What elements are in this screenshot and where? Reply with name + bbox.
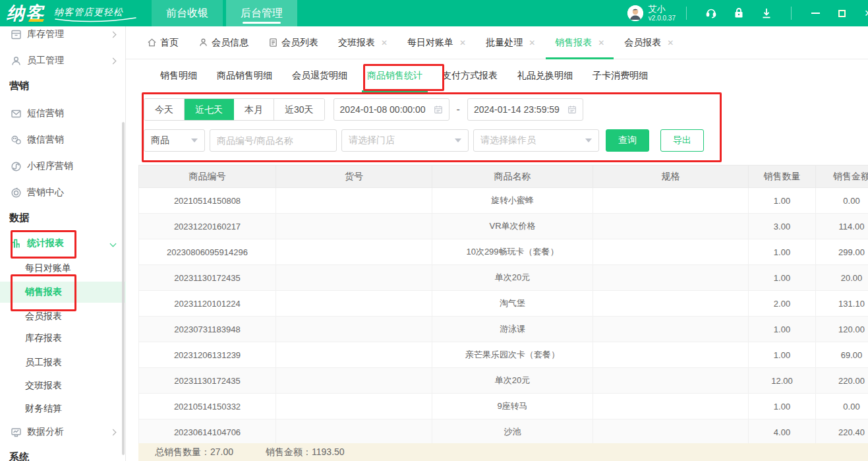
sidebar-item-wechat-marketing[interactable]: 微信营销: [0, 132, 126, 148]
cell-sales-qty: 2.00: [749, 291, 816, 317]
maximize-button[interactable]: [836, 8, 847, 18]
tab-sales-report[interactable]: 销售报表 ✕: [555, 26, 604, 59]
cell-sales-qty: 1.00: [749, 265, 816, 291]
table-row: 20231206131239亲芒果乐园次卡（套餐）1.0069.00: [139, 342, 868, 368]
close-tab-icon[interactable]: ✕: [459, 38, 466, 47]
col-item-number: 货号: [276, 166, 432, 188]
tab-shift-report[interactable]: 交班报表 ✕: [338, 26, 388, 59]
cell-spec: [593, 239, 749, 265]
tab-home[interactable]: 首页: [147, 26, 179, 59]
cell-product-code: 20210514150808: [139, 188, 276, 214]
cell-item-number: [276, 265, 432, 291]
close-button[interactable]: ✕: [863, 8, 868, 18]
export-button[interactable]: 导出: [660, 129, 704, 152]
total-amount-label: 销售金额：: [266, 446, 312, 457]
sidebar-item-stats-report[interactable]: 统计报表: [0, 235, 126, 251]
sidebar-item-miniprogram-marketing[interactable]: 小程序营销: [0, 158, 126, 174]
chevron-down-icon: [110, 240, 117, 247]
subtab-sales-detail[interactable]: 销售明细: [160, 59, 197, 92]
nav-back-admin[interactable]: 后台管理: [226, 0, 297, 26]
cell-product-name: 10次299畅玩卡（套餐）: [432, 239, 593, 265]
cell-product-code: 20231130172435: [139, 265, 276, 291]
cell-product-name: 旋转小蜜蜂: [432, 188, 593, 214]
support-headset-icon[interactable]: [705, 7, 717, 19]
sidebar-subitem-finance-settlement[interactable]: 财务结算: [0, 401, 126, 417]
nav-front-cashier[interactable]: 前台收银: [152, 0, 223, 26]
sidebar-scrollbar[interactable]: [122, 122, 125, 455]
store-select[interactable]: 请选择门店: [341, 129, 469, 152]
subtab-subcard-consume-detail[interactable]: 子卡消费明细: [593, 59, 648, 92]
quick-today-button[interactable]: 今天: [144, 99, 185, 120]
cell-sales-qty: 1.00: [749, 239, 816, 265]
sidebar-subitem-daily-statement[interactable]: 每日对账单: [0, 261, 126, 276]
cell-sales-amount: 220.40: [816, 419, 868, 445]
cell-product-code: 20230731183948: [139, 317, 276, 342]
sidebar-item-staff-mgmt[interactable]: 员工管理: [0, 53, 126, 69]
tagline-wrap: 纳客管店更轻松: [54, 7, 137, 23]
cell-sales-amount: 0.00: [816, 394, 868, 419]
cell-item-number: [276, 291, 432, 317]
subtab-product-sales-stats[interactable]: 商品销售统计: [367, 59, 422, 92]
sidebar-item-data-analysis[interactable]: 数据分析: [0, 424, 126, 440]
sidebar-item-label: 微信营销: [27, 134, 64, 146]
wechat-icon: [11, 135, 22, 146]
sidebar-subitem-inventory-report[interactable]: 库存报表: [0, 330, 126, 346]
close-tab-icon[interactable]: ✕: [667, 38, 674, 47]
sidebar-item-sms-marketing[interactable]: 短信营销: [0, 106, 126, 121]
sidebar-subitem-sales-report[interactable]: 销售报表: [0, 282, 126, 303]
table-row: 20210514150808旋转小蜜蜂1.000.00: [139, 188, 868, 214]
quick-thismonth-button[interactable]: 本月: [234, 99, 274, 120]
subtab-gift-redeem-detail[interactable]: 礼品兑换明细: [517, 59, 573, 92]
date-range-separator: -: [457, 104, 460, 115]
search-button[interactable]: 查询: [606, 129, 649, 152]
cell-sales-amount: 69.00: [816, 342, 868, 368]
chevron-right-icon: [110, 429, 117, 435]
quick-last7days-button[interactable]: 近七天: [185, 99, 234, 120]
search-type-select[interactable]: 商品: [144, 129, 205, 152]
cell-sales-amount: 20.00: [816, 265, 868, 291]
subtab-member-refund-detail[interactable]: 会员退货明细: [292, 59, 347, 92]
date-to-input[interactable]: 2024-01-14 23:59:59: [467, 98, 583, 121]
date-from-input[interactable]: 2024-01-08 00:00:00: [333, 98, 449, 121]
quick-last30days-button[interactable]: 近30天: [274, 99, 324, 120]
col-product-code: 商品编号: [139, 166, 276, 188]
keyword-input[interactable]: [210, 129, 337, 152]
subtab-payment-method-report[interactable]: 支付方式报表: [442, 59, 498, 92]
search-type-value: 商品: [151, 135, 169, 146]
table-row: 202105141503329座转马1.000.00: [139, 394, 868, 419]
cell-product-code: 20230614104706: [139, 419, 276, 445]
minimize-button[interactable]: [810, 8, 821, 18]
tab-label: 批量处理: [486, 37, 523, 49]
close-tab-icon[interactable]: ✕: [529, 38, 535, 47]
operator-placeholder: 请选择操作员: [480, 135, 536, 146]
close-tab-icon[interactable]: ✕: [381, 38, 388, 47]
sidebar-item-inventory-mgmt[interactable]: 库存管理: [0, 26, 126, 42]
filter-row-criteria: 商品 请选择门店 请选择操作员 查询 导出: [144, 129, 704, 152]
user-meta[interactable]: 艾小 v2.0.0.37: [649, 5, 676, 21]
tab-batch-process[interactable]: 批量处理 ✕: [486, 26, 535, 59]
cell-sales-amount: 120.00: [816, 317, 868, 342]
tab-member-list[interactable]: 会员列表: [268, 26, 318, 59]
tab-daily-statement[interactable]: 每日对账单 ✕: [407, 26, 466, 59]
sidebar-subitem-staff-report[interactable]: 员工报表: [0, 355, 126, 371]
lock-icon[interactable]: [733, 7, 745, 19]
logo-accent-mark: [28, 19, 44, 22]
cell-spec: [593, 342, 749, 368]
app-version: v2.0.0.37: [649, 15, 676, 22]
operator-select[interactable]: 请选择操作员: [473, 129, 599, 152]
close-tab-icon[interactable]: ✕: [598, 38, 604, 47]
cell-item-number: [276, 214, 432, 239]
download-icon[interactable]: [761, 7, 772, 19]
total-qty-summary: 总销售数量：27.00: [155, 446, 233, 458]
home-icon: [147, 38, 158, 48]
user-name: 艾小: [649, 5, 676, 14]
tab-member-info[interactable]: 会员信息: [198, 26, 248, 59]
sidebar-subitem-member-report[interactable]: 会员报表: [0, 309, 126, 324]
list-icon: [268, 38, 279, 48]
sidebar-item-marketing-center[interactable]: 营销中心: [0, 185, 126, 200]
sidebar-item-label: 短信营销: [27, 108, 64, 119]
sidebar-subitem-shift-report[interactable]: 交班报表: [0, 378, 126, 394]
chevron-right-icon: [110, 31, 117, 38]
subtab-product-sales-detail[interactable]: 商品销售明细: [217, 59, 272, 92]
avatar[interactable]: [627, 5, 643, 21]
